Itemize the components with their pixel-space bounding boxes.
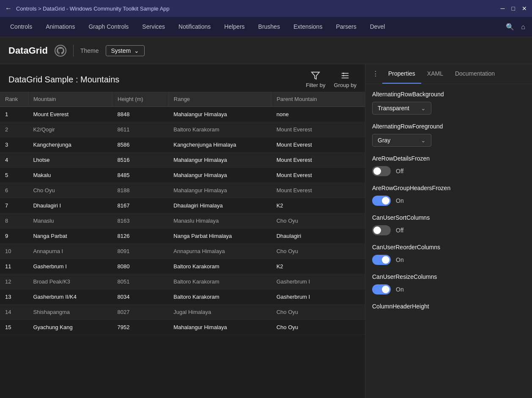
dropdown-alternating-row-bg[interactable]: Transparent ⌄ (372, 102, 431, 114)
nav-extensions[interactable]: Extensions (287, 17, 329, 37)
table-cell: Cho Oyu (271, 320, 365, 335)
minimize-button[interactable]: ─ (501, 5, 505, 12)
panel-back-icon[interactable]: ⋮ (369, 65, 382, 84)
prop-label-alternating-row-bg: AlternatingRowBackground (372, 91, 525, 98)
nav-devel[interactable]: Devel (363, 17, 392, 37)
group-by-button[interactable]: Group by (334, 71, 356, 88)
toggle-can-user-sort-columns[interactable] (372, 225, 391, 235)
prop-label-alternating-row-fg: AlternatingRowForeground (372, 123, 525, 130)
chevron-down-icon: ⌄ (421, 137, 426, 144)
toggle-are-row-group-headers-frozen[interactable] (372, 196, 391, 206)
col-header-height[interactable]: Height (m) (112, 92, 169, 107)
table-row[interactable]: 12Broad Peak/K38051Baltoro KarakoramGash… (0, 274, 365, 289)
table-cell: none (271, 107, 365, 122)
table-cell: Mahalangur Himalaya (168, 183, 271, 198)
toggle-row-are-row-details-frozen: Off (372, 166, 525, 176)
table-cell: 8485 (112, 168, 169, 183)
table-row[interactable]: 3Kangchenjunga8586Kangchenjunga Himalaya… (0, 137, 365, 153)
toggle-row-can-user-sort-columns: Off (372, 225, 525, 235)
toggle-knob (373, 167, 381, 175)
table-cell: 8586 (112, 137, 169, 153)
table-row[interactable]: 11Gasherbrum I8080Baltoro KarakoramK2 (0, 259, 365, 274)
table-row[interactable]: 13Gasherbrum II/K48034Baltoro KarakoramG… (0, 289, 365, 305)
table-row[interactable]: 7Dhaulagiri I8167Dhaulagiri HimalayaK2 (0, 198, 365, 213)
toggle-knob (382, 197, 389, 204)
col-header-range[interactable]: Range (168, 92, 271, 107)
app-title: DataGrid (8, 45, 48, 56)
tab-documentation[interactable]: Documentation (449, 64, 501, 84)
table-cell: Gyachung Kang (28, 320, 112, 335)
nav-notifications[interactable]: Notifications (172, 17, 217, 37)
table-cell: 4 (0, 153, 28, 168)
table-row[interactable]: 6Cho Oyu8188Mahalangur HimalayaMount Eve… (0, 183, 365, 198)
table-cell: Gasherbrum I (271, 274, 365, 289)
table-cell: 8188 (112, 183, 169, 198)
nav-brushes[interactable]: Brushes (252, 17, 287, 37)
chevron-down-icon: ⌄ (134, 47, 139, 54)
panel-tabs: ⋮ Properties XAML Documentation (365, 64, 532, 84)
search-icon[interactable]: 🔍 (506, 23, 514, 31)
tab-properties[interactable]: Properties (382, 64, 421, 84)
table-cell: 7952 (112, 320, 169, 335)
table-cell: 8 (0, 213, 28, 229)
table-row[interactable]: 9Nanga Parbat8126Nanga Parbat HimalayaDh… (0, 229, 365, 244)
window-controls: ─ □ ✕ (501, 5, 527, 12)
prop-alternating-row-fg: AlternatingRowForeground Gray ⌄ (372, 123, 525, 147)
table-row[interactable]: 15Gyachung Kang7952Mahalangur HimalayaCh… (0, 320, 365, 335)
datagrid-table[interactable]: Rank Mountain Height (m) Range Parent Mo… (0, 92, 365, 398)
table-cell: Cho Oyu (271, 244, 365, 259)
tab-xaml[interactable]: XAML (421, 64, 449, 84)
right-panel: ⋮ Properties XAML Documentation Alternat… (365, 64, 532, 398)
dropdown-value-alternating-row-bg: Transparent (378, 105, 409, 112)
col-header-parent[interactable]: Parent Mountain (271, 92, 365, 107)
toggle-label-can-user-resize-columns: On (396, 286, 404, 293)
close-button[interactable]: ✕ (522, 5, 527, 12)
prop-alternating-row-bg: AlternatingRowBackground Transparent ⌄ (372, 91, 525, 114)
table-cell: 14 (0, 305, 28, 320)
table-cell: Lhotse (28, 153, 112, 168)
table-cell: 8163 (112, 213, 169, 229)
table-cell: 8080 (112, 259, 169, 274)
table-cell: Mahalangur Himalaya (168, 168, 271, 183)
table-row[interactable]: 10Annapurna I8091Annapurna HimalayaCho O… (0, 244, 365, 259)
svg-marker-0 (312, 72, 319, 79)
home-icon[interactable]: ⌂ (521, 23, 525, 31)
table-cell: 15 (0, 320, 28, 335)
table-row[interactable]: 2K2/Qogir8611Baltoro KarakoramMount Ever… (0, 122, 365, 137)
toggle-can-user-resize-columns[interactable] (372, 284, 391, 294)
github-icon[interactable] (55, 45, 66, 57)
table-cell: Makalu (28, 168, 112, 183)
table-cell: Manaslu (28, 213, 112, 229)
table-row[interactable]: 8Manaslu8163Manaslu HimalayaCho Oyu (0, 213, 365, 229)
theme-dropdown[interactable]: System ⌄ (106, 45, 145, 56)
dropdown-alternating-row-fg[interactable]: Gray ⌄ (372, 134, 431, 147)
filter-by-button[interactable]: Filter by (306, 71, 325, 88)
table-cell: Mount Everest (271, 153, 365, 168)
toggle-can-user-reorder-columns[interactable] (372, 255, 391, 265)
table-cell: 8611 (112, 122, 169, 137)
nav-graph-controls[interactable]: Graph Controls (82, 17, 135, 37)
nav-services[interactable]: Services (135, 17, 172, 37)
toggle-row-can-user-resize-columns: On (372, 284, 525, 294)
title-bar-text: Controls > DataGrid - Windows Community … (16, 5, 496, 12)
toggle-are-row-details-frozen[interactable] (372, 166, 391, 176)
table-cell: Mahalangur Himalaya (168, 320, 271, 335)
table-cell: K2 (271, 259, 365, 274)
nav-parsers[interactable]: Parsers (329, 17, 363, 37)
table-row[interactable]: 14Shishapangma8027Jugal HimalayaCho Oyu (0, 305, 365, 320)
table-header-row: Rank Mountain Height (m) Range Parent Mo… (0, 92, 365, 107)
maximize-button[interactable]: □ (512, 5, 515, 12)
table-row[interactable]: 5Makalu8485Mahalangur HimalayaMount Ever… (0, 168, 365, 183)
table-row[interactable]: 1Mount Everest8848Mahalangur Himalayanon… (0, 107, 365, 122)
table-row[interactable]: 4Lhotse8516Mahalangur HimalayaMount Ever… (0, 153, 365, 168)
table-cell: 8516 (112, 153, 169, 168)
table-cell: 7 (0, 198, 28, 213)
back-button[interactable]: ← (5, 5, 12, 12)
nav-animations[interactable]: Animations (39, 17, 82, 37)
col-header-rank[interactable]: Rank (0, 92, 28, 107)
nav-controls[interactable]: Controls (3, 17, 39, 37)
top-nav: Controls Animations Graph Controls Servi… (0, 17, 532, 37)
table-cell: Mahalangur Himalaya (168, 153, 271, 168)
col-header-mountain[interactable]: Mountain (28, 92, 112, 107)
nav-helpers[interactable]: Helpers (217, 17, 251, 37)
